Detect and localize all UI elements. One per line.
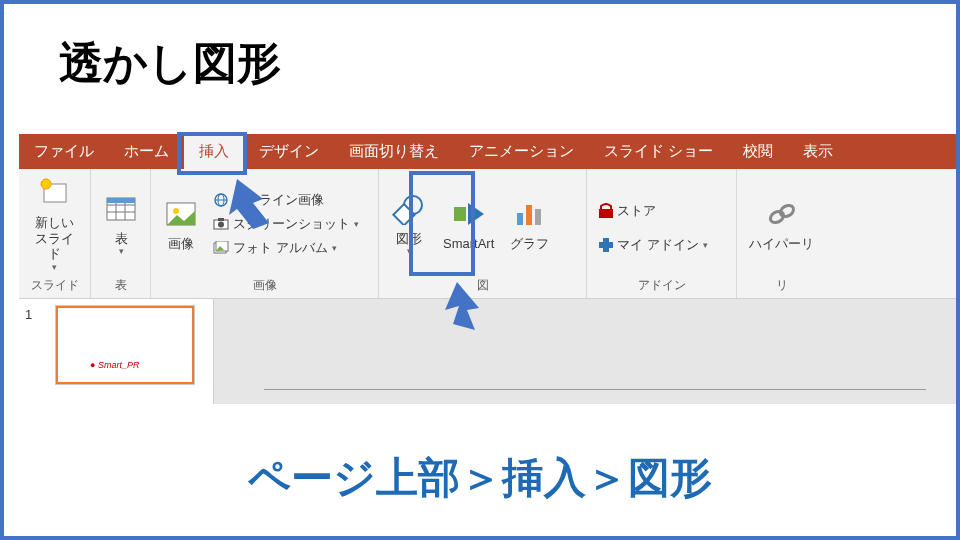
tab-review[interactable]: 校閲 [728, 134, 788, 169]
hyperlink-button[interactable]: ハイパーリ [743, 194, 820, 254]
slide-panel: 1 ● Smart_PR [19, 299, 214, 404]
group-tables-label: 表 [91, 275, 150, 298]
store-icon [597, 203, 613, 219]
svg-marker-21 [468, 203, 484, 225]
svg-rect-15 [218, 218, 224, 221]
store-label: ストア [617, 202, 656, 220]
svg-rect-24 [535, 209, 541, 225]
tab-home[interactable]: ホーム [109, 134, 184, 169]
arrow-to-shapes [439, 282, 489, 332]
svg-point-14 [218, 222, 224, 228]
ribbon-tab-strip: ファイル ホーム 挿入 デザイン 画面切り替え アニメーション スライド ショー… [19, 134, 956, 169]
store-button[interactable]: ストア [593, 200, 712, 222]
my-addins-button[interactable]: マイ アドイン [593, 234, 712, 256]
bottom-caption: ページ上部＞挿入＞図形 [4, 444, 956, 506]
group-links: ハイパーリ リ [737, 169, 827, 298]
my-addins-label: マイ アドイン [617, 236, 699, 254]
new-slide-icon [37, 175, 73, 211]
svg-rect-25 [599, 209, 613, 218]
photo-album-icon [213, 240, 229, 256]
table-button[interactable]: 表 [97, 189, 145, 259]
svg-rect-20 [454, 207, 466, 221]
chart-icon [512, 196, 548, 232]
pictures-button[interactable]: 画像 [157, 194, 205, 254]
tab-slideshow[interactable]: スライド ショー [589, 134, 728, 169]
slide-number-1: 1 [25, 307, 32, 322]
new-slide-button[interactable]: 新しい スライド [25, 173, 84, 275]
group-slides: 新しい スライド スライド [19, 169, 91, 298]
slide-title: 透かし図形 [59, 34, 281, 93]
shapes-label: 図形 [396, 231, 422, 247]
chart-label: グラフ [510, 236, 549, 252]
tab-transition[interactable]: 画面切り替え [334, 134, 454, 169]
slide-thumbnail-1[interactable]: ● Smart_PR [55, 305, 195, 385]
svg-rect-23 [526, 205, 532, 225]
tab-animation[interactable]: アニメーション [454, 134, 589, 169]
table-icon [103, 191, 139, 227]
new-slide-label: 新しい スライド [31, 215, 78, 262]
smartart-button[interactable]: SmartArt [437, 194, 500, 254]
hyperlink-label: ハイパーリ [749, 236, 814, 252]
tab-design[interactable]: デザイン [244, 134, 334, 169]
ribbon-area: ファイル ホーム 挿入 デザイン 画面切り替え アニメーション スライド ショー… [19, 134, 956, 404]
screenshot-icon [213, 216, 229, 232]
tab-insert[interactable]: 挿入 [184, 134, 244, 169]
smartart-label: SmartArt [443, 236, 494, 252]
group-slides-label: スライド [19, 275, 90, 298]
svg-rect-22 [517, 213, 523, 225]
svg-point-27 [778, 203, 795, 219]
hyperlink-icon [764, 196, 800, 232]
photo-album-label: フォト アルバム [233, 239, 328, 257]
group-links-label: リ [737, 275, 827, 298]
ribbon-body: 新しい スライド スライド 表 表 [19, 169, 956, 299]
shapes-button[interactable]: 図形 [385, 189, 433, 259]
arrow-to-insert [229, 179, 289, 229]
svg-rect-7 [107, 198, 135, 203]
group-images-label: 画像 [151, 275, 378, 298]
tab-file[interactable]: ファイル [19, 134, 109, 169]
svg-marker-29 [445, 282, 479, 330]
online-pictures-icon [213, 192, 229, 208]
addins-stack: ストア マイ アドイン [593, 192, 712, 256]
pictures-icon [163, 196, 199, 232]
group-tables: 表 表 [91, 169, 151, 298]
group-addins-label: アドイン [587, 275, 736, 298]
group-illustrations: 図形 SmartArt グラフ 図 [379, 169, 587, 298]
svg-point-9 [173, 208, 179, 214]
photo-album-button[interactable]: フォト アルバム [209, 237, 363, 259]
shapes-icon [391, 191, 427, 227]
svg-rect-19 [393, 204, 414, 225]
slide-edge [264, 389, 926, 409]
chart-button[interactable]: グラフ [504, 194, 555, 254]
tab-view[interactable]: 表示 [788, 134, 848, 169]
group-addins: ストア マイ アドイン アドイン [587, 169, 737, 298]
smartart-icon [451, 196, 487, 232]
pictures-label: 画像 [168, 236, 194, 252]
table-label: 表 [115, 231, 128, 247]
svg-marker-28 [229, 179, 269, 229]
slide-canvas-area[interactable] [214, 299, 956, 404]
svg-point-1 [41, 179, 51, 189]
thumbnail-logo-text: ● Smart_PR [90, 360, 139, 370]
my-addins-icon [597, 237, 613, 253]
